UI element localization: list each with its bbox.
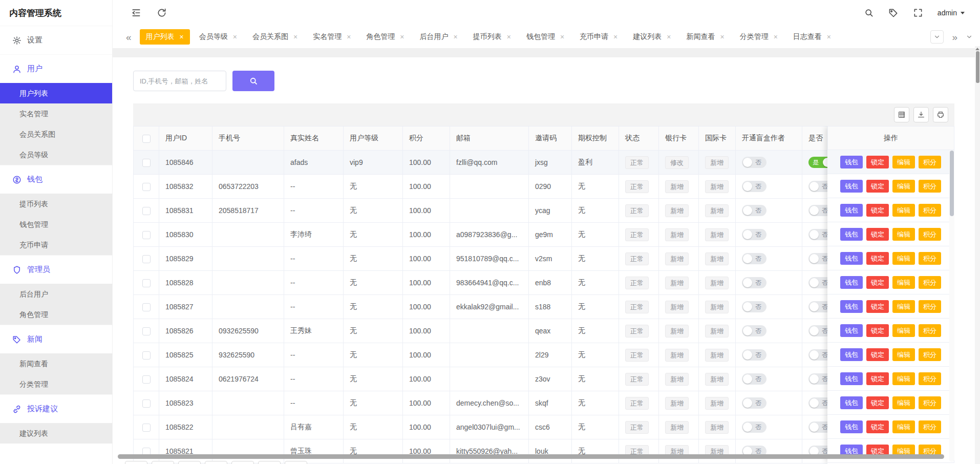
intl-card-button[interactable]: 新增 <box>705 277 729 289</box>
wallet-button[interactable]: 钱包 <box>840 276 863 289</box>
sidebar-item-member-graph[interactable]: 会员关系图 <box>0 124 112 144</box>
tabs-more-icon[interactable] <box>966 33 973 40</box>
scroll-up-arrow-icon[interactable] <box>975 48 979 50</box>
select-all-checkbox[interactable] <box>142 135 151 143</box>
menu-fold-icon[interactable] <box>131 8 141 18</box>
tab-close-icon[interactable]: × <box>293 33 297 40</box>
tab-close-icon[interactable]: × <box>667 33 671 40</box>
author-switch[interactable]: 否 <box>742 181 766 192</box>
sidebar-item-realname[interactable]: 实名管理 <box>0 103 112 124</box>
pagination-button[interactable] <box>258 461 281 464</box>
edit-button[interactable]: 编辑 <box>892 276 915 289</box>
official-switch[interactable]: 否 <box>808 253 827 264</box>
tabs-scroll-left-icon[interactable]: « <box>123 32 135 42</box>
row-checkbox[interactable] <box>142 255 151 263</box>
official-switch[interactable]: 否 <box>808 397 827 409</box>
wallet-button[interactable]: 钱包 <box>840 204 863 217</box>
author-switch[interactable]: 否 <box>742 253 766 264</box>
row-checkbox[interactable] <box>142 351 151 360</box>
edit-button[interactable]: 编辑 <box>892 204 915 217</box>
horizontal-scrollbar[interactable] <box>118 454 944 459</box>
points-button[interactable]: 积分 <box>919 324 941 337</box>
intl-card-button[interactable]: 新增 <box>705 373 729 386</box>
intl-card-button[interactable]: 新增 <box>705 228 729 241</box>
intl-card-button[interactable]: 新增 <box>705 397 729 410</box>
search-icon[interactable] <box>864 8 874 18</box>
bank-card-button[interactable]: 新增 <box>665 397 689 410</box>
tab-log-view[interactable]: 日志查看× <box>787 29 837 45</box>
lock-button[interactable]: 锁定 <box>866 348 889 361</box>
sidebar-section-news[interactable]: 新闻 <box>0 325 112 353</box>
official-switch[interactable]: 否 <box>808 277 827 288</box>
tab-wallet-admin[interactable]: 钱包管理× <box>520 29 570 45</box>
edit-button[interactable]: 编辑 <box>892 348 915 361</box>
lock-button[interactable]: 锁定 <box>866 300 889 313</box>
tab-close-icon[interactable]: × <box>827 33 831 40</box>
status-badge[interactable]: 正常 <box>625 252 649 265</box>
official-switch[interactable]: 否 <box>808 205 827 216</box>
lock-button[interactable]: 锁定 <box>866 324 889 337</box>
edit-button[interactable]: 编辑 <box>892 156 915 168</box>
status-badge[interactable]: 正常 <box>625 180 649 193</box>
page-scroll-thumb[interactable] <box>976 51 979 83</box>
pagination-button[interactable] <box>231 461 254 464</box>
search-input[interactable] <box>133 71 226 91</box>
row-checkbox[interactable] <box>142 424 151 432</box>
status-badge[interactable]: 正常 <box>625 204 649 217</box>
wallet-button[interactable]: 钱包 <box>840 348 863 361</box>
bank-card-button[interactable]: 新增 <box>665 277 689 289</box>
sidebar-item-user-list[interactable]: 用户列表 <box>0 83 112 103</box>
edit-button[interactable]: 编辑 <box>892 420 915 433</box>
status-badge[interactable]: 正常 <box>625 156 649 169</box>
points-button[interactable]: 积分 <box>919 396 941 409</box>
lock-button[interactable]: 锁定 <box>866 372 889 385</box>
row-checkbox[interactable] <box>142 375 151 384</box>
tab-close-icon[interactable]: × <box>233 33 237 40</box>
intl-card-button[interactable]: 新增 <box>705 349 729 362</box>
sidebar-item-suggest-list[interactable]: 建议列表 <box>0 423 112 444</box>
bank-card-button[interactable]: 新增 <box>665 301 689 313</box>
edit-button[interactable]: 编辑 <box>892 324 915 337</box>
official-switch[interactable]: 否 <box>808 301 827 312</box>
edit-button[interactable]: 编辑 <box>892 300 915 313</box>
pagination-button[interactable] <box>285 461 307 464</box>
wallet-button[interactable]: 钱包 <box>840 372 863 385</box>
tabs-scroll-right-icon[interactable]: » <box>949 32 961 42</box>
lock-button[interactable]: 锁定 <box>866 156 889 168</box>
bank-card-button[interactable]: 新增 <box>665 252 689 265</box>
fullscreen-icon[interactable] <box>913 8 923 18</box>
tab-user-list[interactable]: 用户列表× <box>140 29 190 45</box>
points-button[interactable]: 积分 <box>919 228 941 241</box>
refresh-icon[interactable] <box>157 8 167 18</box>
bank-card-button[interactable]: 新增 <box>665 204 689 217</box>
wallet-button[interactable]: 钱包 <box>840 420 863 433</box>
author-switch[interactable]: 否 <box>742 397 766 409</box>
edit-button[interactable]: 编辑 <box>892 252 915 265</box>
bank-card-button[interactable]: 新增 <box>665 421 689 434</box>
row-checkbox[interactable] <box>142 159 151 167</box>
lock-button[interactable]: 锁定 <box>866 396 889 409</box>
pagination-button[interactable] <box>178 461 201 464</box>
row-checkbox[interactable] <box>142 327 151 335</box>
tab-close-icon[interactable]: × <box>560 33 564 40</box>
lock-button[interactable]: 锁定 <box>866 228 889 241</box>
tab-category-admin[interactable]: 分类管理× <box>734 29 784 45</box>
official-switch[interactable]: 否 <box>808 181 827 192</box>
table-vertical-scrollbar[interactable] <box>949 150 954 462</box>
tab-roles[interactable]: 角色管理× <box>360 29 410 45</box>
author-switch[interactable]: 否 <box>742 349 766 361</box>
status-badge[interactable]: 正常 <box>625 228 649 241</box>
bank-card-button[interactable]: 新增 <box>665 180 689 193</box>
edit-button[interactable]: 编辑 <box>892 396 915 409</box>
columns-filter-button[interactable] <box>894 107 909 122</box>
status-badge[interactable]: 正常 <box>625 349 649 362</box>
lock-button[interactable]: 锁定 <box>866 252 889 265</box>
points-button[interactable]: 积分 <box>919 420 941 433</box>
points-button[interactable]: 积分 <box>919 300 941 313</box>
points-button[interactable]: 积分 <box>919 204 941 217</box>
wallet-button[interactable]: 钱包 <box>840 180 863 193</box>
author-switch[interactable]: 否 <box>742 277 766 288</box>
intl-card-button[interactable]: 新增 <box>705 421 729 434</box>
author-switch[interactable]: 否 <box>742 421 766 433</box>
lock-button[interactable]: 锁定 <box>866 180 889 193</box>
